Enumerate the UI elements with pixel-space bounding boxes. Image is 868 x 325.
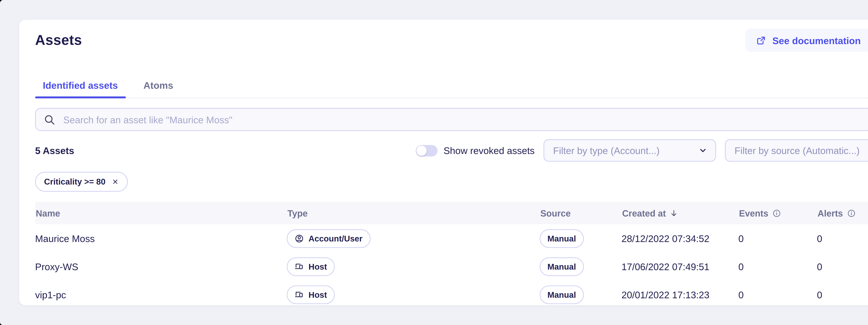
see-documentation-label: See documentation: [772, 35, 861, 46]
source-badge: Manual: [540, 229, 584, 247]
created-at: 28/12/2022 07:34:52: [621, 233, 738, 244]
alerts-count: 0: [817, 261, 868, 272]
events-count: 0: [738, 289, 817, 300]
tab-bar: Identified assets Atoms: [35, 80, 868, 98]
toolbar-controls: Show revoked assets Filter by type (Acco…: [416, 139, 868, 161]
events-count: 0: [738, 233, 817, 244]
column-header-events[interactable]: Events: [738, 208, 817, 218]
account-user-icon: [294, 234, 304, 243]
table-row[interactable]: Maurice Moss Account/User Manual 28/12/2…: [35, 224, 868, 252]
filter-by-type-select[interactable]: Filter by type (Account...): [544, 139, 716, 161]
table-row[interactable]: Proxy-WS Host Manual 17/06/2022 07:49:51…: [35, 252, 868, 280]
assets-table: Name Type Source Created at Events Aler: [35, 202, 868, 308]
filter-by-type-value: Filter by type (Account...): [553, 145, 659, 156]
asset-search-bar: [35, 108, 868, 131]
alerts-count: 0: [817, 289, 868, 300]
toggle-knob: [416, 145, 427, 155]
asset-name: Maurice Moss: [35, 233, 287, 244]
asset-name: Proxy-WS: [35, 261, 287, 272]
created-at: 17/06/2022 07:49:51: [621, 261, 738, 272]
type-badge: Host: [287, 285, 335, 304]
header-actions: See documentation New asset: [746, 29, 868, 52]
column-header-created-at[interactable]: Created at: [621, 208, 738, 218]
external-link-icon: [756, 35, 767, 46]
criticality-filter-chip[interactable]: Criticality >= 80: [35, 172, 128, 192]
remove-chip-button[interactable]: [112, 178, 119, 185]
page-header: Assets See documentation New asset: [35, 29, 868, 52]
table-header-row: Name Type Source Created at Events Aler: [35, 202, 868, 224]
column-header-name[interactable]: Name: [35, 208, 287, 218]
asset-name: vip1-pc: [35, 289, 287, 300]
assets-card: Assets See documentation New asset: [19, 20, 868, 305]
close-icon: [112, 178, 119, 185]
column-header-type[interactable]: Type: [287, 208, 540, 218]
table-row[interactable]: vip1-pc Host Manual 20/01/2022 17:13:23 …: [35, 280, 868, 308]
filter-by-source-value: Filter by source (Automatic...): [735, 145, 860, 156]
search-icon: [43, 113, 56, 125]
search-input[interactable]: [62, 113, 868, 125]
show-revoked-toggle[interactable]: [416, 145, 438, 156]
info-icon[interactable]: [847, 208, 856, 217]
tab-identified-assets[interactable]: Identified assets: [35, 80, 125, 98]
assets-page: Assets See documentation New asset: [0, 0, 868, 325]
column-header-source[interactable]: Source: [540, 208, 621, 218]
see-documentation-button[interactable]: See documentation: [746, 29, 868, 52]
column-header-alerts[interactable]: Alerts: [817, 208, 868, 218]
events-count: 0: [738, 261, 817, 272]
asset-count: 5 Assets: [35, 145, 74, 156]
host-icon: [294, 262, 304, 271]
info-icon[interactable]: [772, 208, 781, 217]
type-badge: Account/User: [287, 229, 370, 247]
type-badge: Host: [287, 257, 335, 276]
source-badge: Manual: [540, 257, 584, 276]
created-at: 20/01/2022 17:13:23: [621, 289, 738, 300]
show-revoked-toggle-group: Show revoked assets: [416, 145, 535, 156]
page-title: Assets: [35, 32, 82, 49]
host-icon: [294, 290, 304, 299]
active-filters-row: Criticality >= 80 Clear all filters: [35, 172, 868, 191]
filter-by-source-select[interactable]: Filter by source (Automatic...): [725, 139, 868, 161]
tab-atoms[interactable]: Atoms: [136, 80, 181, 98]
chevron-down-icon: [698, 146, 708, 155]
source-badge: Manual: [540, 285, 584, 304]
show-revoked-label: Show revoked assets: [443, 145, 535, 156]
sort-desc-arrow-icon: [670, 208, 679, 217]
chip-label: Criticality >= 80: [44, 177, 105, 186]
alerts-count: 0: [817, 233, 868, 244]
list-toolbar: 5 Assets Show revoked assets Filter by t…: [35, 139, 868, 161]
